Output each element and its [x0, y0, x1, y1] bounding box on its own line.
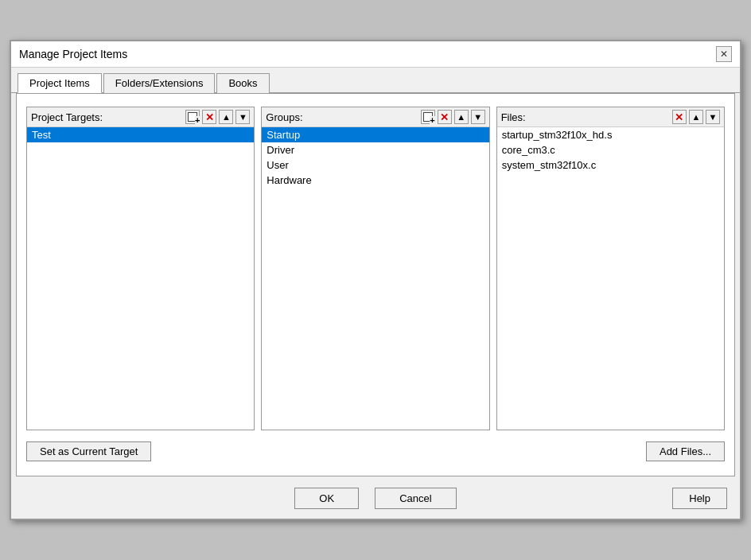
new-doc-icon: +	[423, 112, 433, 122]
project-targets-header: Project Targets: + ✕ ▲ ▼	[27, 107, 254, 127]
files-label: Files:	[501, 111, 670, 123]
list-item[interactable]: Startup	[262, 127, 488, 142]
tab-books[interactable]: Books	[216, 73, 269, 93]
groups-down-button[interactable]: ▼	[471, 110, 485, 124]
arrow-up-icon: ▲	[222, 112, 231, 122]
files-down-button[interactable]: ▼	[706, 110, 720, 124]
tab-project-items[interactable]: Project Items	[18, 73, 102, 93]
list-item[interactable]: Driver	[262, 142, 488, 158]
ok-button[interactable]: OK	[294, 488, 359, 509]
project-targets-new-button[interactable]: +	[185, 110, 200, 124]
groups-delete-button[interactable]: ✕	[438, 110, 452, 124]
files-header: Files: ✕ ▲ ▼	[497, 107, 724, 127]
arrow-down-icon: ▼	[473, 112, 482, 122]
arrow-up-icon: ▲	[692, 112, 701, 122]
list-item[interactable]: Test	[27, 127, 254, 142]
groups-panel: Groups: + ✕ ▲ ▼	[261, 107, 489, 430]
panel-actions-row: Set as Current Target Add Files...	[26, 438, 725, 466]
list-item[interactable]: User	[262, 158, 488, 173]
groups-up-button[interactable]: ▲	[454, 110, 469, 124]
project-targets-panel: Project Targets: + ✕ ▲ ▼	[26, 107, 255, 430]
project-targets-down-button[interactable]: ▼	[235, 110, 250, 124]
dialog-footer: OK Cancel Help	[11, 481, 740, 519]
delete-icon: ✕	[205, 112, 214, 122]
list-item[interactable]: core_cm3.c	[497, 142, 724, 158]
groups-header: Groups: + ✕ ▲ ▼	[262, 107, 488, 127]
groups-new-button[interactable]: +	[421, 110, 435, 124]
panels-row: Project Targets: + ✕ ▲ ▼	[26, 107, 725, 430]
groups-list: Startup Driver User Hardware	[262, 127, 488, 430]
tab-bar: Project Items Folders/Extensions Books	[11, 68, 740, 93]
arrow-down-icon: ▼	[239, 112, 247, 122]
files-panel: Files: ✕ ▲ ▼ startup_stm32f10x_hd.s core…	[496, 107, 725, 430]
files-delete-button[interactable]: ✕	[672, 110, 687, 124]
project-targets-up-button[interactable]: ▲	[219, 110, 233, 124]
files-list: startup_stm32f10x_hd.s core_cm3.c system…	[497, 127, 724, 430]
delete-icon: ✕	[440, 112, 449, 122]
set-current-target-button[interactable]: Set as Current Target	[26, 441, 151, 461]
project-targets-delete-button[interactable]: ✕	[202, 110, 216, 124]
files-up-button[interactable]: ▲	[689, 110, 703, 124]
tab-folders-extensions[interactable]: Folders/Extensions	[103, 73, 216, 93]
list-item[interactable]: startup_stm32f10x_hd.s	[497, 127, 724, 142]
title-bar: Manage Project Items ✕	[11, 41, 740, 68]
help-button[interactable]: Help	[672, 488, 727, 509]
dialog-title: Manage Project Items	[19, 48, 127, 60]
new-doc-icon: +	[188, 112, 197, 122]
close-button[interactable]: ✕	[716, 46, 732, 62]
add-files-button[interactable]: Add Files...	[646, 441, 725, 461]
dialog-body: Project Targets: + ✕ ▲ ▼	[16, 93, 735, 476]
project-targets-label: Project Targets:	[31, 111, 183, 123]
arrow-down-icon: ▼	[709, 112, 718, 122]
delete-icon: ✕	[675, 112, 683, 122]
list-item[interactable]: system_stm32f10x.c	[497, 158, 724, 173]
list-item[interactable]: Hardware	[262, 173, 488, 188]
cancel-button[interactable]: Cancel	[375, 488, 456, 509]
arrow-up-icon: ▲	[457, 112, 465, 122]
groups-label: Groups:	[266, 111, 418, 123]
manage-project-items-dialog: Manage Project Items ✕ Project Items Fol…	[10, 40, 741, 520]
project-targets-list: Test	[27, 127, 254, 430]
